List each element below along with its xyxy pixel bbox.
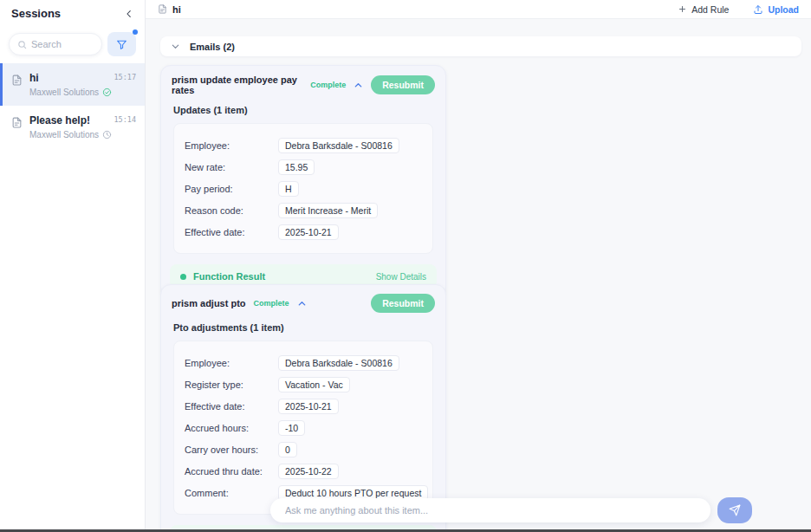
field-value-box[interactable]: 0: [278, 442, 297, 457]
main-header: hi Add Rule Upload: [146, 0, 811, 19]
field-value-box[interactable]: Merit Increase - Merit: [278, 203, 378, 218]
field-row: Accrued hours: -10: [185, 419, 422, 436]
field-value-box[interactable]: -10: [278, 420, 305, 436]
field-label: Accrued hours:: [185, 423, 278, 433]
field-label: Comment:: [185, 488, 278, 498]
field-value-box[interactable]: Debra Barksdale - S00816: [278, 355, 399, 371]
field-value-box[interactable]: 2025-10-22: [278, 464, 339, 479]
field-value-box[interactable]: 2025-10-21: [278, 399, 339, 414]
clock-icon: [102, 130, 112, 139]
session-title: Please help!: [29, 114, 112, 127]
card-title: prism update employee pay rates: [172, 75, 302, 95]
chevron-up-icon: [354, 81, 363, 90]
session-company: Maxwell Solutions: [29, 88, 99, 97]
check-circle-icon: [102, 88, 112, 97]
send-button[interactable]: [717, 497, 752, 523]
search-input[interactable]: [31, 39, 94, 49]
field-row: Effective date: 2025-10-21: [185, 224, 422, 240]
session-time: 15:14: [114, 115, 136, 124]
field-label: Employee:: [185, 140, 278, 151]
field-label: Accrued thru date:: [185, 466, 278, 477]
sidebar-title: Sessions: [11, 7, 61, 20]
document-icon: [11, 74, 23, 97]
upload-button[interactable]: Upload: [753, 4, 799, 15]
fields-panel: Employee: Debra Barksdale - S00816 Regis…: [173, 341, 433, 515]
plus-icon: [678, 5, 686, 13]
chevron-left-icon: [125, 10, 133, 18]
show-details-link[interactable]: Show Details: [376, 272, 426, 282]
field-label: Reason code:: [185, 205, 278, 216]
field-label: Register type:: [185, 380, 278, 390]
field-row: Employee: Debra Barksdale - S00816: [185, 354, 422, 371]
chevron-up-icon: [297, 299, 307, 308]
session-list: hi Maxwell Solutions 15:17 Please help! …: [0, 63, 145, 148]
field-value-box[interactable]: 2025-10-21: [278, 224, 339, 240]
collapse-sidebar-button[interactable]: [125, 10, 133, 18]
field-label: Effective date:: [185, 227, 278, 237]
filter-funnel-icon: [116, 39, 127, 50]
session-company: Maxwell Solutions: [29, 130, 99, 139]
card-section-label: Updates (1 item): [161, 101, 445, 123]
search-row: [0, 23, 145, 63]
field-label: Pay period:: [185, 184, 278, 194]
field-row: Pay period: H: [185, 180, 422, 197]
field-value-box[interactable]: Vacation - Vac: [278, 377, 350, 393]
fields-panel: Employee: Debra Barksdale - S00816 New r…: [173, 123, 433, 254]
emails-section-header[interactable]: Emails (2): [160, 36, 801, 56]
field-row: Accrued thru date: 2025-10-22: [185, 463, 422, 479]
email-card-pay-rates: prism update employee pay rates Complete…: [160, 65, 446, 298]
field-row: Register type: Vacation - Vac: [185, 376, 422, 393]
add-rule-button[interactable]: Add Rule: [678, 4, 729, 15]
chevron-down-icon: [171, 42, 180, 51]
card-header: prism update employee pay rates Complete…: [161, 66, 445, 101]
main-content: Emails (2) prism update employee pay rat…: [146, 19, 811, 529]
upload-label: Upload: [768, 4, 799, 15]
session-subtitle: Maxwell Solutions: [29, 130, 112, 139]
field-value-box[interactable]: Debra Barksdale - S00816: [278, 138, 399, 153]
field-row: Employee: Debra Barksdale - S00816: [185, 137, 422, 153]
collapse-card-button[interactable]: [354, 81, 363, 90]
card-header: prism adjust pto Complete Resubmit: [161, 285, 445, 318]
field-value-box[interactable]: H: [278, 181, 299, 197]
main-header-title-group: hi: [158, 4, 181, 15]
field-label: Employee:: [185, 358, 278, 368]
main-area: hi Add Rule Upload Emails (2): [146, 0, 811, 532]
function-result-label: Function Result: [193, 271, 265, 282]
document-icon: [11, 116, 23, 139]
session-title: hi: [29, 72, 112, 84]
chat-input[interactable]: [285, 505, 696, 516]
page-title: hi: [172, 4, 181, 15]
field-row: Carry over hours: 0: [185, 441, 422, 457]
session-item-hi[interactable]: hi Maxwell Solutions 15:17: [0, 63, 145, 106]
emails-section-label: Emails (2): [190, 42, 235, 52]
sessions-sidebar: Sessions hi Max: [0, 0, 146, 532]
sidebar-header: Sessions: [0, 0, 145, 23]
main-header-actions: Add Rule Upload: [678, 4, 799, 15]
notification-dot: [133, 29, 138, 35]
status-dot: [180, 274, 186, 280]
search-icon: [17, 40, 27, 49]
send-paper-plane-icon: [729, 504, 741, 516]
document-icon: [158, 4, 167, 14]
chat-input-bar: [270, 498, 710, 522]
session-item-please-help[interactable]: Please help! Maxwell Solutions 15:14: [0, 106, 145, 148]
field-row: New rate: 15.95: [185, 159, 422, 175]
app-window: Sessions hi Max: [0, 0, 811, 532]
session-subtitle: Maxwell Solutions: [29, 88, 112, 97]
field-label: New rate:: [185, 162, 278, 172]
field-value-box[interactable]: 15.95: [278, 159, 315, 175]
card-section-label: Pto adjustments (1 item): [161, 318, 445, 341]
filter-button[interactable]: [107, 32, 136, 56]
resubmit-button[interactable]: Resubmit: [371, 294, 435, 313]
status-badge: Complete: [310, 81, 346, 89]
field-label: Carry over hours:: [185, 444, 278, 455]
card-title: prism adjust pto: [172, 298, 246, 308]
field-row: Effective date: 2025-10-21: [185, 398, 422, 414]
add-rule-label: Add Rule: [691, 4, 729, 15]
email-card-adjust-pto: prism adjust pto Complete Resubmit Pto a…: [160, 284, 446, 529]
search-box[interactable]: [9, 33, 102, 55]
collapse-card-button[interactable]: [297, 299, 307, 308]
resubmit-button[interactable]: Resubmit: [371, 75, 435, 94]
session-time: 15:17: [114, 73, 136, 81]
field-label: Effective date:: [185, 401, 278, 412]
